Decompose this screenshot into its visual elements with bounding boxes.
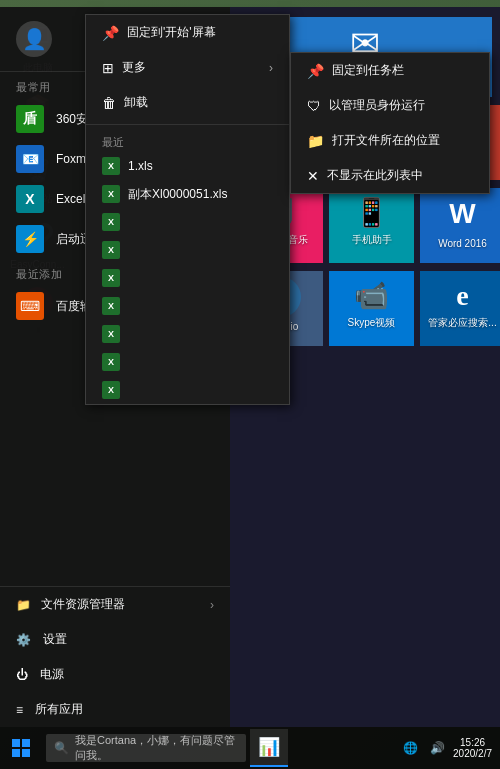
app-360-icon: 盾 bbox=[16, 105, 44, 133]
taskbar: 🔍 我是Cortana，小娜，有问题尽管问我。 📊 🌐 🔊 15:26 2020… bbox=[0, 727, 500, 769]
taskbar-clock[interactable]: 15:26 2020/2/7 bbox=[453, 737, 492, 759]
excel-icon-4: X bbox=[102, 241, 120, 259]
taskbar-search[interactable]: 🔍 我是Cortana，小娜，有问题尽管问我。 bbox=[46, 734, 246, 762]
recent-file-1[interactable]: X 1.xls bbox=[86, 152, 289, 180]
run-admin-label: 以管理员身份运行 bbox=[329, 97, 425, 114]
taskbar-excel-button[interactable]: 📊 bbox=[250, 729, 288, 767]
phone-label: 手机助手 bbox=[352, 233, 392, 247]
context-menu-2: 📌 固定到任务栏 🛡 以管理员身份运行 📁 打开文件所在的位置 ✕ 不显示在此列… bbox=[290, 52, 490, 194]
ctx2-run-admin[interactable]: 🛡 以管理员身份运行 bbox=[291, 88, 489, 123]
edge2-label: 管家必应搜索... bbox=[428, 316, 496, 330]
excel-icon-6: X bbox=[102, 297, 120, 315]
skype-label: Skype视频 bbox=[348, 316, 396, 330]
recent-file-4[interactable]: X bbox=[86, 236, 289, 264]
excel-icon-5: X bbox=[102, 269, 120, 287]
pin-start-label: 固定到'开始'屏幕 bbox=[127, 24, 216, 41]
excel-icon-9: X bbox=[102, 381, 120, 399]
word-label: Word 2016 bbox=[438, 238, 487, 249]
recent-section-header: 最近 bbox=[86, 129, 289, 152]
more-label: 更多 bbox=[122, 59, 146, 76]
ctx1-uninstall[interactable]: 🗑 卸载 bbox=[86, 85, 289, 120]
edge2-icon: e bbox=[456, 280, 468, 312]
uninstall-label: 卸载 bbox=[124, 94, 148, 111]
ctx2-hide-list[interactable]: ✕ 不显示在此列表中 bbox=[291, 158, 489, 193]
ctx1-more[interactable]: ⊞ 更多 › bbox=[86, 50, 289, 85]
recent-file-1-name: 1.xls bbox=[128, 159, 153, 173]
taskbar-right-area: 🌐 🔊 15:26 2020/2/7 bbox=[399, 737, 500, 759]
start-settings[interactable]: ⚙️ 设置 bbox=[0, 622, 230, 657]
recent-file-6[interactable]: X bbox=[86, 292, 289, 320]
excel-icon-2: X bbox=[102, 185, 120, 203]
recent-file-5[interactable]: X bbox=[86, 264, 289, 292]
taskbar-running-apps: 📊 bbox=[250, 729, 288, 767]
recent-file-9[interactable]: X bbox=[86, 376, 289, 404]
windows-logo-icon bbox=[12, 739, 30, 757]
taskbar-sound-icon: 🔊 bbox=[426, 739, 449, 757]
settings-icon: ⚙️ bbox=[16, 633, 31, 647]
clock-date: 2020/2/7 bbox=[453, 748, 492, 759]
file-explorer-icon: 📁 bbox=[16, 598, 31, 612]
pin-start-icon: 📌 bbox=[102, 25, 119, 41]
search-icon: 🔍 bbox=[54, 741, 69, 755]
start-all-apps[interactable]: ≡ 所有应用 bbox=[0, 692, 230, 727]
excel-icon-1: X bbox=[102, 157, 120, 175]
word-icon: W bbox=[443, 194, 483, 234]
pin-taskbar-icon: 📌 bbox=[307, 63, 324, 79]
taskbar-network-icon: 🌐 bbox=[399, 739, 422, 757]
recent-file-2-name: 副本Xl0000051.xls bbox=[128, 186, 227, 203]
taskbar-search-text: 我是Cortana，小娜，有问题尽管问我。 bbox=[75, 733, 238, 763]
taskbar-start-button[interactable] bbox=[0, 727, 42, 769]
app-excel-icon: X bbox=[16, 185, 44, 213]
tile-skype[interactable]: 📹 Skype视频 bbox=[329, 271, 414, 346]
tile-edge2[interactable]: e 管家必应搜索... bbox=[420, 271, 500, 346]
hide-list-label: 不显示在此列表中 bbox=[327, 167, 423, 184]
file-explorer-arrow: › bbox=[210, 598, 214, 612]
skype-icon: 📹 bbox=[354, 279, 389, 312]
app-foxmail-icon: 📧 bbox=[16, 145, 44, 173]
excel-icon-3: X bbox=[102, 213, 120, 231]
settings-label: 设置 bbox=[43, 631, 67, 648]
recent-file-8[interactable]: X bbox=[86, 348, 289, 376]
hide-list-icon: ✕ bbox=[307, 168, 319, 184]
pin-taskbar-label: 固定到任务栏 bbox=[332, 62, 404, 79]
start-bottom-items: 📁 文件资源管理器 › ⚙️ 设置 ⏻ 电源 ≡ 所有应用 bbox=[0, 586, 230, 727]
run-admin-icon: 🛡 bbox=[307, 98, 321, 114]
app-baidu-icon: ⌨ bbox=[16, 292, 44, 320]
recent-file-7[interactable]: X bbox=[86, 320, 289, 348]
all-apps-label: 所有应用 bbox=[35, 701, 83, 718]
ctx1-pin-start[interactable]: 📌 固定到'开始'屏幕 bbox=[86, 15, 289, 50]
more-icon: ⊞ bbox=[102, 60, 114, 76]
ctx2-pin-taskbar[interactable]: 📌 固定到任务栏 bbox=[291, 53, 489, 88]
tile-phone[interactable]: 📱 手机助手 bbox=[329, 188, 414, 263]
ctx1-divider bbox=[86, 124, 289, 125]
user-avatar: 👤 bbox=[16, 21, 52, 57]
context-menu-1: 📌 固定到'开始'屏幕 ⊞ 更多 › 🗑 卸载 最近 X 1.xls bbox=[85, 14, 290, 405]
recent-file-2[interactable]: X 副本Xl0000051.xls bbox=[86, 180, 289, 208]
power-label: 电源 bbox=[40, 666, 64, 683]
desktop: 🖥️ 此电脑 📦 x 🗑️ 回收站 🔗 EasyConn... 🔴 x 工具 字 bbox=[0, 0, 500, 769]
open-location-label: 打开文件所在的位置 bbox=[332, 132, 440, 149]
more-arrow: › bbox=[269, 61, 273, 75]
open-location-icon: 📁 bbox=[307, 133, 324, 149]
excel-icon-8: X bbox=[102, 353, 120, 371]
app-thunder-icon: ⚡ bbox=[16, 225, 44, 253]
start-file-explorer[interactable]: 📁 文件资源管理器 › bbox=[0, 587, 230, 622]
power-icon: ⏻ bbox=[16, 668, 28, 682]
excel-icon-7: X bbox=[102, 325, 120, 343]
uninstall-icon: 🗑 bbox=[102, 95, 116, 111]
all-apps-icon: ≡ bbox=[16, 703, 23, 717]
start-power[interactable]: ⏻ 电源 bbox=[0, 657, 230, 692]
phone-icon: 📱 bbox=[354, 196, 389, 229]
ctx2-open-location[interactable]: 📁 打开文件所在的位置 bbox=[291, 123, 489, 158]
file-explorer-label: 文件资源管理器 bbox=[41, 596, 125, 613]
taskbar-excel-icon: 📊 bbox=[258, 736, 280, 758]
recent-file-3[interactable]: X bbox=[86, 208, 289, 236]
tile-word[interactable]: W Word 2016 bbox=[420, 188, 500, 263]
clock-time: 15:26 bbox=[453, 737, 492, 748]
